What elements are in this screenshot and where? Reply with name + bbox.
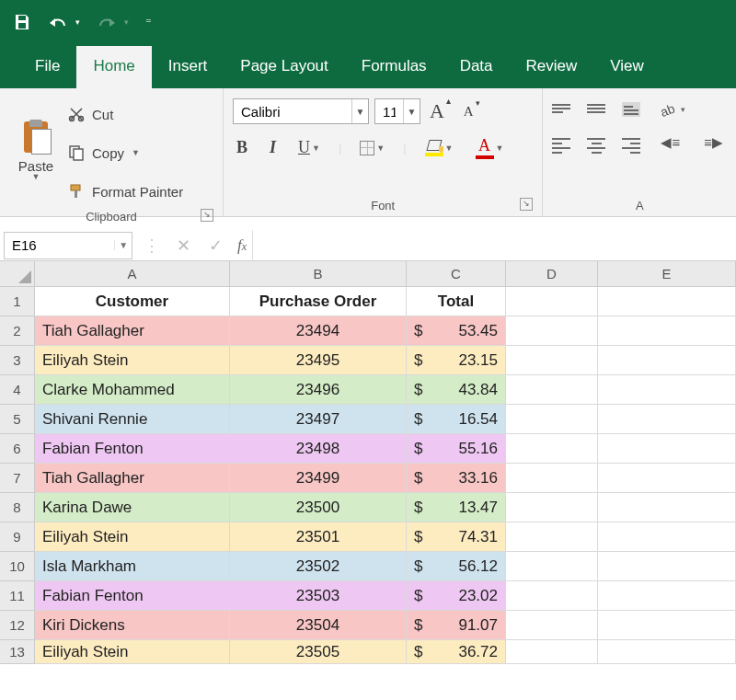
- cell-customer[interactable]: Eiliyah Stein: [35, 346, 230, 375]
- cell-po[interactable]: 23504: [230, 611, 407, 640]
- cell-empty[interactable]: [506, 581, 598, 611]
- underline-button[interactable]: U ▼: [294, 136, 324, 159]
- save-icon[interactable]: [13, 13, 31, 31]
- undo-dropdown-icon[interactable]: ▾: [75, 17, 80, 27]
- tab-file[interactable]: File: [18, 46, 76, 88]
- formula-input[interactable]: [252, 230, 736, 260]
- qat-customize-icon[interactable]: ⁼: [145, 16, 152, 29]
- borders-button[interactable]: ▼: [356, 139, 388, 157]
- row-header[interactable]: 1: [0, 287, 35, 316]
- cell-empty[interactable]: [598, 346, 736, 375]
- cancel-formula-button[interactable]: ✕: [167, 235, 200, 256]
- cell-customer[interactable]: Karina Dawe: [35, 493, 230, 522]
- italic-button[interactable]: I: [266, 136, 280, 159]
- cell-empty[interactable]: [598, 375, 736, 405]
- font-name-dropdown-icon[interactable]: ▼: [351, 99, 368, 123]
- cell-total[interactable]: $13.47: [407, 493, 506, 522]
- col-header-A[interactable]: A: [35, 261, 230, 287]
- tab-home[interactable]: Home: [76, 46, 151, 88]
- cell-customer[interactable]: Clarke Mohammed: [35, 375, 230, 405]
- align-top-button[interactable]: [552, 102, 570, 117]
- row-header[interactable]: 5: [0, 405, 35, 434]
- select-all-button[interactable]: [0, 261, 35, 287]
- cell-empty[interactable]: [506, 434, 598, 464]
- cell-empty[interactable]: [598, 493, 736, 522]
- row-header[interactable]: 2: [0, 316, 35, 346]
- cell-total[interactable]: $23.02: [407, 581, 506, 611]
- copy-button[interactable]: Copy ▼: [68, 138, 183, 167]
- font-launcher-icon[interactable]: ↘: [520, 198, 533, 211]
- cell-total[interactable]: $53.45: [407, 316, 506, 346]
- fill-color-button[interactable]: ▼: [421, 138, 457, 158]
- cell-total[interactable]: $91.07: [407, 611, 506, 640]
- row-header[interactable]: 12: [0, 611, 35, 640]
- align-middle-button[interactable]: [587, 102, 605, 117]
- redo-icon[interactable]: [97, 13, 117, 31]
- cell-po[interactable]: 23501: [230, 522, 407, 552]
- cell-D1[interactable]: [506, 287, 598, 316]
- clipboard-launcher-icon[interactable]: ↘: [201, 209, 213, 222]
- cell-total[interactable]: $56.12: [407, 552, 506, 581]
- row-header[interactable]: 13: [0, 640, 35, 664]
- cell-empty[interactable]: [506, 405, 598, 434]
- tab-formulas[interactable]: Formulas: [345, 46, 443, 88]
- format-painter-button[interactable]: Format Painter: [68, 177, 183, 206]
- cell-po[interactable]: 23499: [230, 464, 407, 493]
- col-header-D[interactable]: D: [506, 261, 598, 287]
- cell-total[interactable]: $16.54: [407, 405, 506, 434]
- cell-po[interactable]: 23498: [230, 434, 407, 464]
- accept-formula-button[interactable]: ✓: [200, 235, 232, 256]
- cell-total[interactable]: $74.31: [407, 522, 506, 552]
- tab-insert[interactable]: Insert: [152, 46, 224, 88]
- cell-empty[interactable]: [506, 611, 598, 640]
- cell-po[interactable]: 23494: [230, 316, 407, 346]
- cell-empty[interactable]: [598, 552, 736, 581]
- cell-po[interactable]: 23505: [230, 640, 407, 664]
- cell-empty[interactable]: [506, 316, 598, 346]
- name-box-dropdown-icon[interactable]: ▼: [114, 240, 132, 250]
- align-bottom-button[interactable]: [622, 102, 640, 117]
- copy-dropdown-icon[interactable]: ▼: [132, 148, 140, 157]
- orientation-button[interactable]: ab▾: [657, 99, 689, 120]
- cell-empty[interactable]: [506, 522, 598, 552]
- cell-empty[interactable]: [598, 611, 736, 640]
- cell-empty[interactable]: [506, 464, 598, 493]
- cell-po[interactable]: 23497: [230, 405, 407, 434]
- cell-po[interactable]: 23503: [230, 581, 407, 611]
- cell-B1[interactable]: Purchase Order: [230, 287, 407, 316]
- cell-empty[interactable]: [598, 405, 736, 434]
- font-size-dropdown-icon[interactable]: ▼: [403, 99, 420, 123]
- paste-dropdown-icon[interactable]: ▼: [32, 172, 40, 181]
- cell-empty[interactable]: [598, 316, 736, 346]
- decrease-indent-button[interactable]: ◀≡: [657, 132, 684, 153]
- cell-total[interactable]: $43.84: [407, 375, 506, 405]
- undo-icon[interactable]: [48, 13, 68, 31]
- cell-customer[interactable]: Fabian Fenton: [35, 434, 230, 464]
- name-box[interactable]: ▼: [4, 232, 132, 259]
- cell-empty[interactable]: [506, 346, 598, 375]
- paste-button[interactable]: Paste ▼: [9, 94, 63, 206]
- cell-empty[interactable]: [506, 493, 598, 522]
- increase-font-size-button[interactable]: A▴: [426, 98, 454, 125]
- row-header[interactable]: 4: [0, 375, 35, 405]
- tab-review[interactable]: Review: [510, 46, 594, 88]
- cell-total[interactable]: $33.16: [407, 464, 506, 493]
- cell-po[interactable]: 23500: [230, 493, 407, 522]
- tab-view[interactable]: View: [593, 46, 661, 88]
- cell-po[interactable]: 23502: [230, 552, 407, 581]
- font-name-combo[interactable]: ▼: [233, 98, 369, 124]
- tab-data[interactable]: Data: [443, 46, 510, 88]
- decrease-font-size-button[interactable]: A▾: [460, 102, 484, 121]
- font-color-button[interactable]: A ▼: [472, 134, 508, 161]
- cell-empty[interactable]: [598, 640, 736, 664]
- cell-total[interactable]: $55.16: [407, 434, 506, 464]
- cell-empty[interactable]: [506, 375, 598, 405]
- cell-empty[interactable]: [598, 434, 736, 464]
- increase-indent-button[interactable]: ≡▶: [700, 132, 727, 153]
- cell-customer[interactable]: Fabian Fenton: [35, 581, 230, 611]
- cell-empty[interactable]: [506, 552, 598, 581]
- cell-customer[interactable]: Eiliyah Stein: [35, 640, 230, 664]
- row-header[interactable]: 10: [0, 552, 35, 581]
- cell-customer[interactable]: Shivani Rennie: [35, 405, 230, 434]
- cell-empty[interactable]: [506, 640, 598, 664]
